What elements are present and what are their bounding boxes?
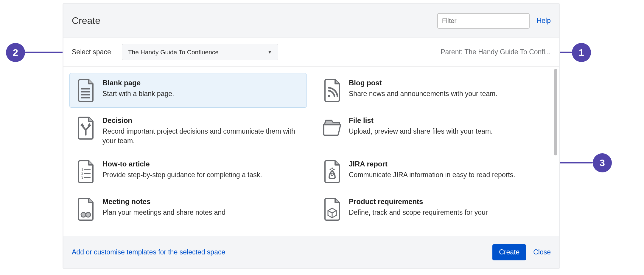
help-link[interactable]: Help	[537, 17, 551, 25]
templates-list: Blank pageStart with a blank page.Blog p…	[63, 67, 559, 236]
svg-point-12	[333, 169, 335, 170]
template-description: Upload, preview and share files with you…	[349, 126, 493, 136]
svg-point-15	[81, 212, 86, 217]
dialog-footer: Add or customise templates for the selec…	[63, 236, 559, 268]
space-dropdown-value: The Handy Guide To Confluence	[128, 49, 219, 56]
template-name: Blank page	[102, 79, 174, 87]
doc-cube-icon	[322, 197, 342, 221]
doc-fork-icon	[76, 116, 96, 140]
doc-person-icon	[322, 160, 342, 183]
template-option-jira-report[interactable]: JIRA reportCommunicate JIRA information …	[316, 154, 553, 189]
template-option-product-req[interactable]: Product requirementsDefine, track and sc…	[316, 192, 553, 226]
create-dialog: Create Help Select space The Handy Guide…	[63, 3, 560, 269]
template-name: Meeting notes	[102, 197, 225, 206]
chevron-down-icon: ▼	[268, 50, 272, 55]
close-link[interactable]: Close	[533, 248, 551, 256]
template-option-blank-page[interactable]: Blank pageStart with a blank page.	[69, 73, 307, 108]
svg-text:3: 3	[81, 175, 83, 180]
parent-breadcrumb: Parent: The Handy Guide To Confl...	[441, 48, 551, 56]
space-dropdown[interactable]: The Handy Guide To Confluence ▼	[122, 44, 278, 60]
space-selector-row: Select space The Handy Guide To Confluen…	[63, 38, 559, 67]
template-description: Communicate JIRA information in easy to …	[349, 170, 515, 180]
doc-lines-icon	[76, 79, 96, 102]
svg-point-16	[86, 212, 91, 217]
svg-point-11	[330, 169, 331, 170]
template-name: Product requirements	[349, 197, 488, 206]
template-description: Plan your meetings and share notes and	[102, 208, 225, 217]
template-description: Provide step-by-step guidance for comple…	[102, 170, 262, 180]
template-description: Record important project decisions and c…	[102, 126, 301, 146]
annotation-badge-1: 1	[572, 43, 591, 62]
dialog-header: Create Help	[63, 4, 559, 38]
annotation-number: 2	[13, 47, 18, 58]
filter-input[interactable]	[437, 13, 530, 29]
dialog-title: Create	[72, 15, 437, 26]
scrollbar[interactable]	[554, 69, 557, 235]
annotation-badge-2: 2	[6, 43, 25, 62]
doc-numbered-icon: 123	[76, 160, 96, 183]
template-option-how-to[interactable]: 123How-to articleProvide step-by-step gu…	[69, 154, 307, 189]
create-button[interactable]: Create	[492, 244, 526, 260]
template-option-decision[interactable]: DecisionRecord important project decisio…	[69, 111, 307, 151]
template-description: Define, track and scope requirements for…	[349, 208, 488, 217]
template-option-blog-post[interactable]: Blog postShare news and announcements wi…	[316, 73, 553, 108]
svg-text:2: 2	[81, 172, 83, 176]
template-name: Blog post	[349, 79, 497, 87]
svg-point-13	[332, 168, 333, 169]
template-name: JIRA report	[349, 160, 515, 168]
select-space-label: Select space	[72, 48, 111, 56]
template-option-meeting-notes[interactable]: Meeting notesPlan your meetings and shar…	[69, 192, 307, 226]
doc-people-icon	[76, 197, 96, 221]
svg-point-14	[331, 173, 333, 175]
folder-icon	[322, 116, 342, 140]
scrollbar-thumb[interactable]	[554, 69, 557, 155]
annotation-number: 3	[600, 157, 605, 169]
customize-templates-link[interactable]: Add or customise templates for the selec…	[72, 248, 492, 256]
svg-point-4	[328, 95, 330, 97]
annotation-number: 1	[579, 47, 584, 58]
template-description: Start with a blank page.	[102, 89, 174, 98]
doc-rss-icon	[322, 79, 342, 102]
template-name: File list	[349, 116, 493, 125]
annotation-badge-3: 3	[593, 153, 612, 172]
svg-text:1: 1	[81, 168, 83, 172]
template-name: How-to article	[102, 160, 262, 168]
template-description: Share news and announcements with your t…	[349, 89, 497, 98]
template-option-file-list[interactable]: File listUpload, preview and share files…	[316, 111, 553, 151]
annotation-connector-2	[25, 52, 67, 53]
template-name: Decision	[102, 116, 301, 125]
